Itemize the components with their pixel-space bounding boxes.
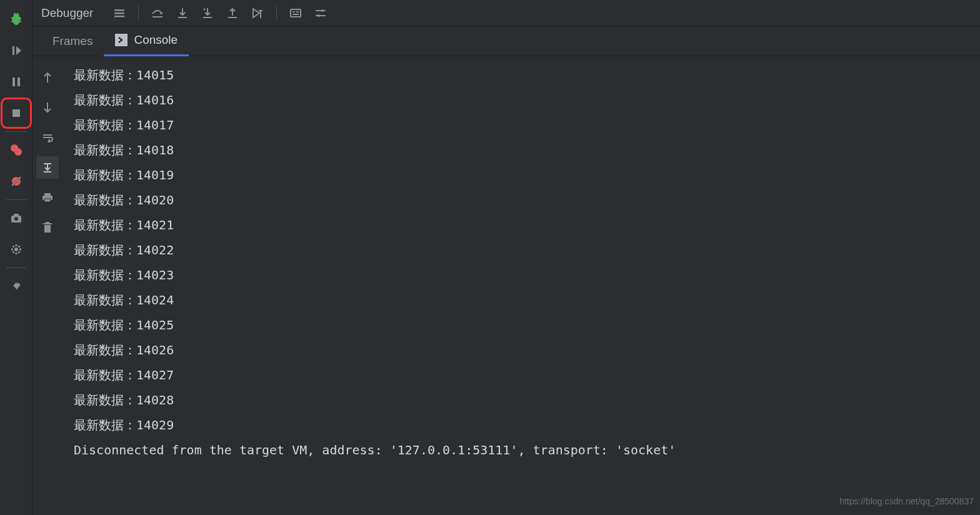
- console-line: 最新数据：14022: [74, 238, 969, 262]
- run-to-cursor-icon[interactable]: [246, 3, 269, 23]
- svg-point-13: [14, 148, 22, 156]
- console-output[interactable]: 最新数据：14015最新数据：14016最新数据：14017最新数据：14018…: [62, 56, 980, 515]
- svg-line-3: [19, 18, 21, 19]
- svg-rect-18: [14, 214, 19, 216]
- svg-rect-9: [12, 78, 15, 86]
- svg-rect-36: [296, 11, 299, 12]
- console-tab-icon: [115, 34, 128, 46]
- svg-line-5: [19, 21, 21, 22]
- rail-separator: [6, 268, 26, 268]
- console-line: 最新数据：14015: [74, 62, 969, 88]
- pause-button[interactable]: [4, 69, 29, 94]
- toolbar-separator: [276, 6, 277, 21]
- console-line: 最新数据：14021: [74, 212, 969, 238]
- clear-all-icon[interactable]: [36, 216, 59, 239]
- svg-rect-22: [114, 12, 124, 14]
- svg-rect-53: [43, 223, 52, 224]
- console-line: 最新数据：14024: [74, 288, 969, 312]
- svg-line-2: [11, 18, 13, 19]
- tab-console[interactable]: Console: [104, 26, 189, 56]
- console-line: 最新数据：14026: [74, 338, 969, 362]
- stop-highlight: [1, 98, 32, 129]
- svg-point-20: [14, 248, 18, 251]
- camera-icon[interactable]: [4, 206, 29, 231]
- console-line: 最新数据：14029: [74, 412, 969, 438]
- svg-rect-21: [114, 9, 124, 11]
- console-disconnect-line: Disconnected from the target VM, address…: [74, 438, 969, 462]
- svg-rect-23: [114, 16, 124, 18]
- tab-label: Console: [134, 33, 178, 47]
- console-tools: [32, 56, 62, 515]
- debug-icon[interactable]: [4, 7, 29, 32]
- svg-line-4: [11, 21, 13, 22]
- svg-rect-49: [44, 193, 51, 196]
- svg-rect-10: [18, 78, 20, 86]
- svg-rect-37: [292, 14, 299, 15]
- view-breakpoints-button[interactable]: [4, 138, 29, 162]
- mute-breakpoints-button[interactable]: [4, 169, 29, 194]
- main-panel: Debugger Frames: [32, 0, 980, 515]
- svg-point-43: [318, 14, 320, 17]
- step-out-icon[interactable]: [221, 3, 244, 23]
- left-rail: [0, 0, 32, 515]
- svg-rect-1: [12, 17, 20, 23]
- console-line: 最新数据：14027: [74, 362, 969, 388]
- top-toolbar: Debugger: [32, 0, 980, 26]
- console-line: 最新数据：14019: [74, 162, 969, 188]
- tab-frames[interactable]: Frames: [41, 26, 104, 56]
- console-line: 最新数据：14018: [74, 138, 969, 162]
- console-line: 最新数据：14016: [74, 88, 969, 112]
- svg-rect-54: [46, 222, 49, 223]
- pin-icon[interactable]: [4, 274, 29, 299]
- svg-rect-26: [178, 17, 187, 18]
- up-stack-icon[interactable]: [36, 66, 59, 89]
- svg-rect-52: [44, 225, 51, 232]
- step-over-icon[interactable]: [146, 3, 169, 23]
- toolbar-separator: [138, 6, 139, 21]
- force-step-into-icon[interactable]: [196, 3, 219, 23]
- svg-point-19: [14, 217, 18, 221]
- watermark: https://blog.csdn.net/qq_28500837: [839, 492, 974, 510]
- resume-button[interactable]: [4, 38, 29, 63]
- threads-icon[interactable]: [108, 3, 131, 23]
- down-stack-icon[interactable]: [36, 96, 59, 119]
- console-line: 最新数据：14023: [74, 262, 969, 288]
- stop-button[interactable]: [4, 101, 29, 126]
- svg-rect-31: [228, 17, 237, 18]
- svg-rect-8: [12, 46, 14, 55]
- content-row: 最新数据：14015最新数据：14016最新数据：14017最新数据：14018…: [32, 56, 980, 515]
- console-line: 最新数据：14017: [74, 112, 969, 138]
- svg-point-29: [204, 8, 206, 10]
- svg-rect-51: [44, 199, 51, 202]
- rail-separator: [6, 199, 26, 200]
- console-line: 最新数据：14028: [74, 388, 969, 412]
- step-into-icon[interactable]: [171, 3, 194, 23]
- soft-wrap-icon[interactable]: [36, 126, 59, 149]
- settings-icon[interactable]: [4, 237, 29, 262]
- console-line: 最新数据：14025: [74, 312, 969, 338]
- tab-label: Frames: [52, 34, 92, 48]
- svg-rect-34: [291, 9, 301, 17]
- svg-point-42: [321, 9, 324, 12]
- svg-rect-11: [12, 109, 20, 117]
- rail-separator: [6, 131, 26, 132]
- evaluate-expression-icon[interactable]: [284, 3, 307, 23]
- trace-current-stream-icon[interactable]: [309, 3, 332, 23]
- scroll-to-end-icon[interactable]: [36, 156, 59, 179]
- tabs-row: Frames Console: [32, 26, 980, 56]
- svg-rect-35: [292, 11, 295, 12]
- console-line: 最新数据：14020: [74, 188, 969, 212]
- toolbar-title: Debugger: [41, 6, 93, 20]
- print-icon[interactable]: [36, 186, 59, 209]
- svg-rect-24: [152, 16, 162, 18]
- svg-rect-28: [203, 17, 212, 18]
